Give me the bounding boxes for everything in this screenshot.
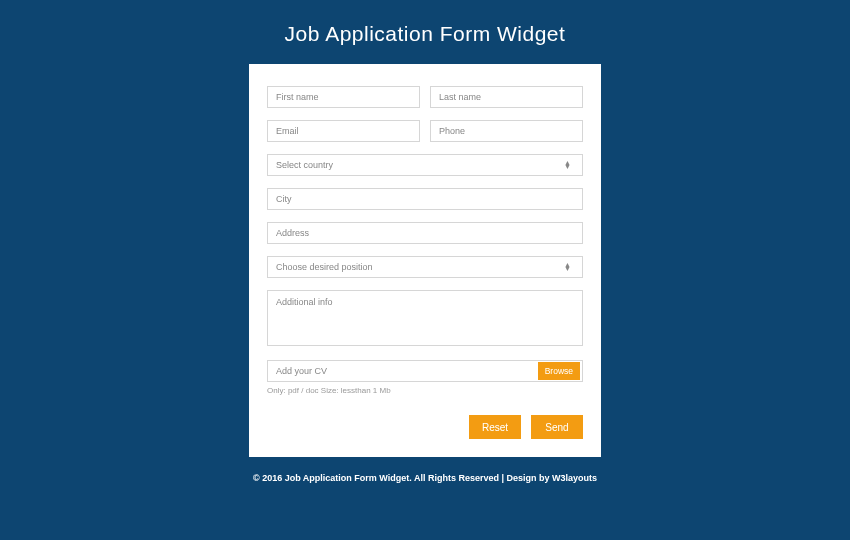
cv-placeholder: Add your CV — [276, 366, 327, 376]
form-card: First name Last name Email Phone Select … — [249, 64, 601, 457]
last-name-field[interactable]: Last name — [430, 86, 583, 108]
chevron-updown-icon: ▲▼ — [564, 263, 574, 271]
chevron-updown-icon: ▲▼ — [564, 161, 574, 169]
browse-button[interactable]: Browse — [538, 362, 580, 380]
additional-info-field[interactable]: Additional info — [267, 290, 583, 346]
address-field[interactable]: Address — [267, 222, 583, 244]
send-button[interactable]: Send — [531, 415, 583, 439]
cv-upload-field[interactable]: Add your CV Browse — [267, 360, 583, 382]
upload-hint: Only: pdf / doc Size: lessthan 1 Mb — [267, 386, 583, 395]
reset-button[interactable]: Reset — [469, 415, 521, 439]
position-select[interactable]: Choose desired position ▲▼ — [267, 256, 583, 278]
city-field[interactable]: City — [267, 188, 583, 210]
first-name-field[interactable]: First name — [267, 86, 420, 108]
phone-field[interactable]: Phone — [430, 120, 583, 142]
email-field[interactable]: Email — [267, 120, 420, 142]
country-placeholder: Select country — [276, 160, 333, 170]
position-placeholder: Choose desired position — [276, 262, 373, 272]
page-title: Job Application Form Widget — [285, 22, 566, 46]
country-select[interactable]: Select country ▲▼ — [267, 154, 583, 176]
footer-text: © 2016 Job Application Form Widget. All … — [253, 473, 597, 483]
